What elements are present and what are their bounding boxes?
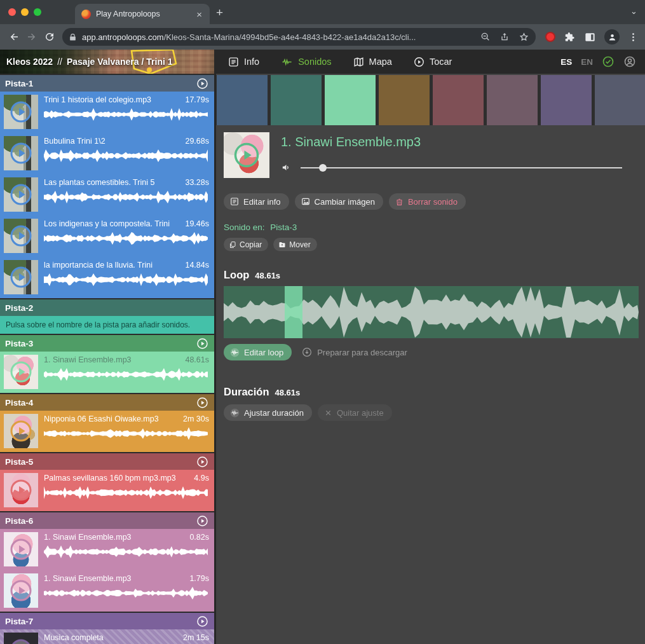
clip-row[interactable]: Trini 1 historia del colegio.mp317.79s: [0, 92, 214, 133]
profile-avatar[interactable]: [604, 29, 620, 45]
address-bar[interactable]: app.antropoloops.com/Kleos-Santa-Marina/…: [62, 28, 536, 46]
sound-location-track-link[interactable]: Pista-3: [270, 223, 297, 232]
track-play-button[interactable]: [196, 78, 208, 90]
breadcrumb-map-thumbnail[interactable]: Kleos 2022 // Pasaje Valvanera / Trini 1: [0, 50, 214, 74]
track-play-button[interactable]: [196, 615, 208, 627]
track-header-pista-7[interactable]: Pista-7: [0, 613, 214, 629]
loop-playhead[interactable]: [285, 286, 302, 338]
clip-play-icon[interactable]: [4, 219, 38, 253]
track-swatch-5[interactable]: [433, 75, 484, 125]
clip-play-icon[interactable]: [4, 95, 38, 129]
tab-search-chevron-icon[interactable]: ⌄: [630, 6, 637, 16]
clip-row[interactable]: 1. Sinawi Ensemble.mp348.61s: [0, 352, 214, 393]
track-play-button[interactable]: [196, 456, 208, 468]
clip-thumbnail[interactable]: [4, 219, 38, 253]
new-tab-button[interactable]: +: [216, 6, 223, 20]
clip-play-icon[interactable]: [4, 136, 38, 170]
remove-adjust-button[interactable]: Quitar ajuste: [318, 404, 392, 421]
account-icon[interactable]: [623, 55, 636, 68]
clip-row[interactable]: Palmas sevillanas 160 bpm mp3.mp34.9s: [0, 470, 214, 511]
nav-tab-sonidos[interactable]: Sonidos: [281, 57, 331, 67]
breadcrumb-location[interactable]: Pasaje Valvanera / Trini 1: [67, 57, 173, 67]
nav-tab-info[interactable]: Info: [228, 57, 259, 67]
clip-play-icon[interactable]: [4, 414, 38, 448]
track-swatch-3-selected[interactable]: [325, 75, 376, 125]
clip-thumbnail[interactable]: [4, 95, 38, 129]
browser-menu-kebab-icon[interactable]: [628, 32, 639, 43]
extensions-puzzle-icon[interactable]: [564, 31, 576, 43]
clip-row[interactable]: 1. Sinawi Ensemble.mp31.79s: [0, 570, 214, 612]
clip-thumbnail[interactable]: [4, 573, 38, 608]
prepare-download-link[interactable]: Preparar para descargar: [302, 347, 407, 357]
clip-play-icon[interactable]: [4, 355, 38, 389]
move-button[interactable]: Mover: [273, 238, 316, 251]
track-play-button[interactable]: [196, 338, 208, 350]
clip-play-icon[interactable]: [4, 573, 38, 608]
clip-row[interactable]: Nipponia 06 Esashi Oiwake.mp32m 30s: [0, 411, 214, 452]
play-sound-icon[interactable]: [224, 132, 269, 178]
clip-row[interactable]: Las plantas comestibles. Trini 533.28s: [0, 174, 214, 216]
close-window-button[interactable]: [8, 8, 16, 16]
volume-slider-thumb[interactable]: [319, 164, 327, 172]
lang-en-button[interactable]: EN: [581, 57, 593, 67]
edit-loop-button[interactable]: Editar loop: [224, 344, 292, 360]
track-swatch-1[interactable]: [217, 75, 268, 125]
zoom-icon[interactable]: [480, 32, 491, 42]
forward-button[interactable]: [23, 28, 41, 46]
track-header-pista-3[interactable]: Pista-3: [0, 335, 214, 352]
nav-tab-tocar[interactable]: Tocar: [414, 57, 452, 67]
clip-play-icon[interactable]: [4, 177, 38, 212]
track-swatch-2[interactable]: [271, 75, 322, 125]
clip-play-icon[interactable]: [4, 260, 38, 294]
edit-info-button[interactable]: Editar info: [224, 193, 289, 210]
track-header-pista-4[interactable]: Pista-4: [0, 394, 214, 411]
track-header-pista-6[interactable]: Pista-6: [0, 512, 214, 529]
lang-es-button[interactable]: ES: [560, 57, 572, 67]
nav-tab-mapa[interactable]: Mapa: [353, 57, 392, 67]
track-header-pista-2[interactable]: Pista-2: [0, 299, 214, 316]
maximize-window-button[interactable]: [34, 8, 41, 16]
clip-row[interactable]: Bubulina Trini 1\229.68s: [0, 133, 214, 174]
track-play-button[interactable]: [196, 515, 208, 527]
track-play-button[interactable]: [196, 397, 208, 409]
sound-thumbnail[interactable]: [224, 132, 269, 178]
clip-play-icon[interactable]: [4, 473, 38, 507]
side-panel-icon[interactable]: [584, 31, 596, 43]
track-swatch-4[interactable]: [379, 75, 430, 125]
track-swatch-6[interactable]: [487, 75, 538, 125]
change-image-button[interactable]: Cambiar imágen: [295, 193, 383, 210]
volume-slider-track[interactable]: [301, 167, 622, 168]
track-swatch-8[interactable]: [595, 75, 645, 125]
minimize-window-button[interactable]: [21, 8, 29, 16]
breadcrumb-project[interactable]: Kleos 2022: [6, 57, 53, 67]
adjust-duration-button[interactable]: Ajustar duración: [224, 404, 312, 421]
clip-play-icon[interactable]: [4, 532, 38, 566]
track-swatch-7[interactable]: [541, 75, 592, 125]
bookmark-star-icon[interactable]: [519, 32, 529, 43]
copy-button[interactable]: Copiar: [224, 238, 268, 251]
volume-slider[interactable]: [301, 164, 622, 172]
share-icon[interactable]: [499, 32, 510, 42]
recording-extension-icon[interactable]: [545, 32, 555, 42]
track-header-pista-1[interactable]: Pista-1: [0, 75, 214, 92]
clip-thumbnail[interactable]: [4, 532, 38, 566]
sync-check-icon[interactable]: [602, 55, 614, 68]
clip-row[interactable]: 1. Sinawi Ensemble.mp30.82s: [0, 529, 214, 570]
clip-thumbnail[interactable]: [4, 473, 38, 507]
clip-thumbnail[interactable]: [4, 355, 38, 389]
browser-tab[interactable]: Play Antropoloops ×: [75, 4, 210, 24]
clip-play-icon[interactable]: [4, 633, 38, 644]
clip-thumbnail[interactable]: [4, 136, 38, 170]
clip-thumbnail[interactable]: [4, 414, 38, 448]
track-header-pista-5[interactable]: Pista-5: [0, 453, 214, 470]
clip-row[interactable]: Los indigenas y la compostela. Trini19.4…: [0, 216, 214, 257]
clip-thumbnail[interactable]: [4, 633, 38, 644]
clip-row[interactable]: Musica completa2m 15s: [0, 629, 214, 644]
delete-sound-button[interactable]: Borrar sonido: [389, 193, 466, 210]
reload-button[interactable]: [41, 28, 58, 46]
clip-thumbnail[interactable]: [4, 260, 38, 294]
clip-row[interactable]: la importancia de la lluvia. Trini14.84s: [0, 257, 214, 298]
tab-close-icon[interactable]: ×: [195, 9, 203, 20]
clip-thumbnail[interactable]: [4, 177, 38, 212]
back-button[interactable]: [5, 28, 23, 46]
